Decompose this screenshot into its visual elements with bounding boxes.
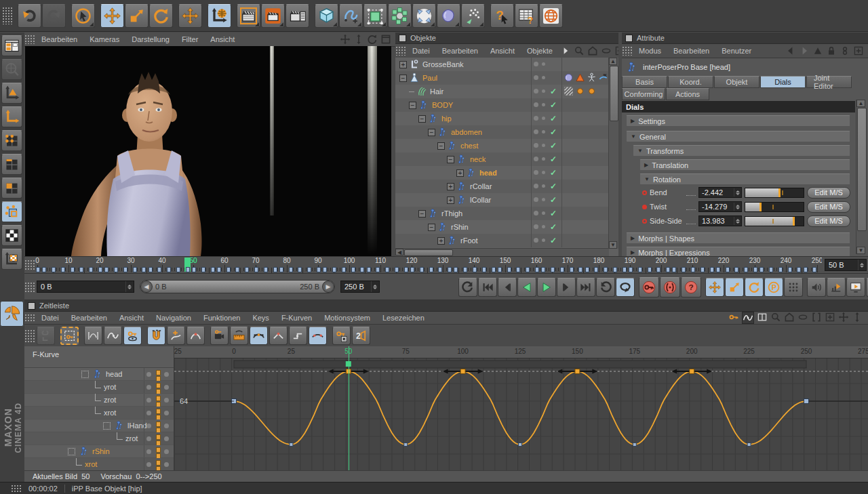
- stepper-icon[interactable]: [734, 203, 741, 211]
- track-key-toggle[interactable]: [156, 434, 161, 446]
- fk-linear-button[interactable]: [269, 327, 288, 345]
- enabled-check-icon[interactable]: ✓: [550, 141, 557, 150]
- viewport-menu-darstellung[interactable]: Darstellung: [125, 35, 176, 43]
- timeline-keyframe[interactable]: [307, 267, 311, 272]
- stepper-icon[interactable]: [734, 217, 741, 225]
- om-more-icon[interactable]: [560, 45, 571, 56]
- visibility-dot-render[interactable]: [542, 157, 545, 161]
- playback-grip[interactable]: [24, 282, 35, 293]
- attr-up-icon[interactable]: [812, 45, 823, 56]
- collapse-icon[interactable]: −: [428, 129, 435, 136]
- visibility-dot-render[interactable]: [542, 144, 545, 147]
- stepper-icon[interactable]: [371, 281, 377, 292]
- play-backward-button[interactable]: [517, 278, 536, 297]
- zl-eye-icon[interactable]: [797, 312, 808, 323]
- view-zoom-icon[interactable]: [353, 34, 364, 45]
- zl-fcurve-mode-icon[interactable]: [742, 312, 754, 324]
- enabled-check-icon[interactable]: ✓: [550, 100, 557, 110]
- track-dot-left[interactable]: [146, 462, 151, 467]
- record-key-button[interactable]: [639, 277, 659, 297]
- timeline-keyframe[interactable]: [157, 267, 161, 272]
- tag-sphere-icon[interactable]: [564, 73, 574, 83]
- go-end-button[interactable]: [576, 278, 595, 297]
- timeline-keyframe[interactable]: [682, 267, 686, 272]
- zeitleiste-titlebar[interactable]: Zeitleiste: [24, 300, 868, 312]
- timeline-keyframe[interactable]: [114, 267, 118, 272]
- timeline-keyframe[interactable]: [473, 267, 477, 272]
- timeline-keyframe[interactable]: [323, 267, 327, 272]
- visibility-dot-render[interactable]: [542, 225, 545, 228]
- timeline-keyframe[interactable]: [332, 267, 336, 272]
- fk-key-camera-button[interactable]: [210, 327, 229, 345]
- prev-frame-button[interactable]: [498, 278, 517, 297]
- zl-zoom-icon[interactable]: [852, 312, 863, 323]
- free-move-button[interactable]: [178, 4, 202, 28]
- timeline-keyframe[interactable]: [797, 267, 801, 272]
- om-menu-datei[interactable]: Datei: [406, 47, 436, 55]
- fk-link-button[interactable]: [37, 327, 55, 345]
- timeline-keyframe[interactable]: [61, 267, 65, 272]
- timeline-keyframe[interactable]: [526, 267, 530, 272]
- timeline-keyframe[interactable]: [812, 267, 816, 272]
- visibility-dot-render[interactable]: [542, 117, 545, 120]
- track-dot-right[interactable]: [164, 411, 169, 415]
- timeline-keyframe[interactable]: [273, 267, 277, 272]
- timeline-keyframe[interactable]: [638, 267, 642, 272]
- timeline-keyframe[interactable]: [395, 267, 399, 272]
- timeline-keyframe[interactable]: [744, 267, 748, 272]
- visibility-dot-render[interactable]: [542, 76, 545, 79]
- track-key-toggle[interactable]: [156, 421, 161, 433]
- tree-row-rfoot[interactable]: +rFoot✓: [395, 234, 609, 247]
- fcurve-track-yrot-1[interactable]: yrot: [24, 381, 174, 394]
- enabled-check-icon[interactable]: ✓: [550, 155, 557, 164]
- view-maximize-icon[interactable]: [380, 34, 391, 45]
- timeline-keyframe[interactable]: [448, 267, 452, 272]
- world-system-button[interactable]: [1, 59, 22, 80]
- record-motion-button[interactable]: [660, 277, 680, 297]
- tree-row-chest[interactable]: −chest✓: [395, 139, 609, 152]
- om-menu-objekte[interactable]: Objekte: [521, 47, 559, 55]
- visibility-dot-editor[interactable]: [534, 129, 538, 134]
- stepper-icon[interactable]: [734, 188, 741, 197]
- timeline-keyframe[interactable]: [186, 267, 190, 272]
- timeline-keyframe[interactable]: [613, 267, 617, 272]
- timeline-keyframe[interactable]: [410, 267, 414, 272]
- expand-icon[interactable]: +: [447, 183, 454, 190]
- timeline-keyframe[interactable]: [778, 267, 783, 272]
- attr-vertical-scrollbar[interactable]: ▲ ▼: [856, 100, 867, 254]
- fk-soft-button[interactable]: [309, 327, 327, 345]
- viewport-menu-kameras[interactable]: Kameras: [83, 35, 125, 43]
- fk-tangent-button[interactable]: [250, 327, 268, 345]
- window-icon[interactable]: [399, 35, 406, 42]
- curve-editor[interactable]: -250255075100125150175200225250275 64: [174, 346, 868, 471]
- attr-lock-icon[interactable]: [826, 45, 837, 56]
- content-browser-button[interactable]: ?: [515, 4, 538, 28]
- expand-icon[interactable]: +: [447, 197, 454, 204]
- timeline-keyframe[interactable]: [79, 267, 83, 272]
- track-key-toggle[interactable]: [156, 447, 161, 459]
- track-dot-left[interactable]: [146, 424, 151, 428]
- timeline-keyframe[interactable]: [623, 267, 627, 272]
- range-end-field[interactable]: 250 B: [340, 281, 380, 293]
- track-dot-right[interactable]: [164, 449, 169, 454]
- tag-figure-icon[interactable]: [587, 73, 597, 83]
- timeline-keyframe[interactable]: [672, 267, 676, 272]
- tree-row-lcollar[interactable]: +lCollar✓: [395, 193, 609, 207]
- tree-row-abdomen[interactable]: −abdomen✓: [395, 125, 609, 139]
- om-menu-ansicht[interactable]: Ansicht: [484, 47, 521, 55]
- track-key-toggle[interactable]: [156, 383, 161, 394]
- fcurve-track-xrot-3[interactable]: xrot: [24, 407, 174, 419]
- timeline-keyframe[interactable]: [726, 267, 730, 272]
- tree-row-paul[interactable]: −PaulIK: [395, 71, 609, 85]
- timeline-keyframe[interactable]: [482, 267, 486, 272]
- track-dot-right[interactable]: [164, 424, 169, 428]
- track-select-icon[interactable]: [68, 448, 75, 455]
- visibility-dot-editor[interactable]: [534, 197, 538, 202]
- visibility-dot-editor[interactable]: [534, 238, 538, 243]
- render-settings-button[interactable]: [285, 4, 309, 28]
- fcurve-track-lhand-4[interactable]: lHand: [24, 419, 174, 432]
- hypernurbs-button[interactable]: [363, 4, 387, 28]
- tree-row-hair[interactable]: Hair✓: [395, 85, 609, 98]
- tree-row-head[interactable]: +head✓: [395, 166, 609, 180]
- timeline-keyframe[interactable]: [245, 267, 249, 272]
